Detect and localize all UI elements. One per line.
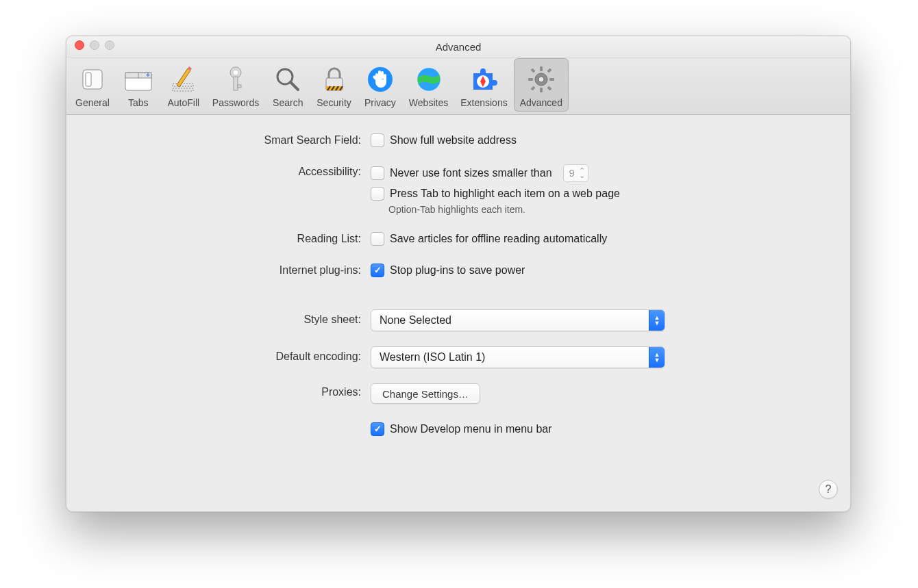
tab-highlight-checkbox[interactable]: Press Tab to highlight each item on a we… bbox=[371, 186, 830, 201]
checkbox-icon bbox=[371, 264, 384, 277]
tab-advanced[interactable]: Advanced bbox=[514, 58, 569, 112]
globe-icon bbox=[412, 63, 445, 96]
gear-icon bbox=[525, 63, 558, 96]
svg-rect-35 bbox=[547, 68, 551, 73]
tab-label: AutoFill bbox=[167, 97, 199, 108]
chevron-updown-icon: ▲▼ bbox=[649, 310, 665, 331]
magnifier-icon bbox=[271, 63, 304, 96]
checkbox-label: Never use font sizes smaller than bbox=[390, 166, 552, 181]
svg-rect-33 bbox=[549, 78, 554, 81]
padlock-icon bbox=[318, 63, 351, 96]
tab-label: Extensions bbox=[460, 97, 507, 108]
reading-list-label: Reading List: bbox=[87, 231, 371, 245]
help-button[interactable]: ? bbox=[819, 480, 838, 499]
checkbox-icon bbox=[371, 133, 384, 147]
svg-rect-37 bbox=[547, 86, 551, 90]
default-encoding-label: Default encoding: bbox=[87, 346, 371, 363]
tab-label: Tabs bbox=[128, 97, 149, 108]
min-font-size-checkbox[interactable]: Never use font sizes smaller than 9 ⌃⌄ bbox=[371, 164, 830, 182]
svg-rect-7 bbox=[173, 88, 193, 91]
tab-label: General bbox=[75, 97, 110, 108]
hand-stop-icon bbox=[364, 63, 397, 96]
tab-passwords[interactable]: Passwords bbox=[206, 58, 265, 112]
checkbox-label: Press Tab to highlight each item on a we… bbox=[390, 186, 620, 201]
tab-tabs[interactable]: + Tabs bbox=[116, 58, 161, 112]
window-tabs-icon: + bbox=[122, 63, 155, 96]
svg-point-38 bbox=[538, 77, 544, 82]
pencil-form-icon bbox=[167, 63, 200, 96]
preferences-body: Smart Search Field: Show full website ad… bbox=[66, 115, 850, 464]
tab-general[interactable]: General bbox=[69, 58, 116, 112]
accessibility-hint: Option-Tab highlights each item. bbox=[388, 204, 830, 215]
titlebar: Advanced bbox=[66, 36, 850, 57]
preferences-window: Advanced General bbox=[66, 36, 851, 512]
zoom-window-button[interactable] bbox=[105, 40, 114, 50]
tab-label: Search bbox=[273, 97, 303, 108]
tab-label: Privacy bbox=[364, 97, 396, 108]
tab-label: Security bbox=[317, 97, 351, 108]
svg-rect-13 bbox=[238, 85, 241, 88]
key-icon bbox=[219, 63, 252, 96]
svg-rect-6 bbox=[173, 84, 193, 86]
stop-plugins-checkbox[interactable]: Stop plug-ins to save power bbox=[371, 263, 830, 278]
svg-rect-34 bbox=[530, 68, 535, 73]
tab-privacy[interactable]: Privacy bbox=[358, 58, 403, 112]
checkbox-icon bbox=[371, 187, 384, 201]
plugins-label: Internet plug-ins: bbox=[87, 263, 371, 277]
checkbox-label: Stop plug-ins to save power bbox=[390, 263, 525, 278]
popup-value: Western (ISO Latin 1) bbox=[380, 351, 649, 363]
style-sheet-popup[interactable]: None Selected ▲▼ bbox=[371, 309, 665, 331]
checkbox-icon bbox=[371, 166, 384, 180]
tab-security[interactable]: Security bbox=[310, 58, 358, 112]
change-proxy-settings-button[interactable]: Change Settings… bbox=[371, 383, 480, 404]
checkbox-icon bbox=[371, 422, 384, 436]
chevron-down-icon: ⌃⌄ bbox=[579, 168, 585, 178]
preferences-toolbar: General + Tabs bbox=[66, 57, 850, 115]
close-window-button[interactable] bbox=[75, 40, 84, 50]
min-font-size-combo[interactable]: 9 ⌃⌄ bbox=[563, 164, 588, 182]
svg-rect-1 bbox=[86, 73, 91, 86]
combo-value: 9 bbox=[569, 166, 575, 181]
svg-marker-8 bbox=[177, 68, 190, 87]
popup-value: None Selected bbox=[380, 314, 649, 327]
style-sheet-label: Style sheet: bbox=[87, 309, 371, 326]
tab-label: Advanced bbox=[520, 97, 562, 108]
show-develop-menu-checkbox[interactable]: Show Develop menu in menu bar bbox=[371, 422, 830, 437]
svg-rect-36 bbox=[530, 86, 535, 90]
svg-rect-30 bbox=[540, 66, 543, 71]
svg-rect-32 bbox=[528, 78, 533, 81]
tab-search[interactable]: Search bbox=[265, 58, 310, 112]
chevron-updown-icon: ▲▼ bbox=[649, 347, 665, 368]
save-offline-checkbox[interactable]: Save articles for offline reading automa… bbox=[371, 231, 830, 246]
tab-extensions[interactable]: Extensions bbox=[454, 58, 513, 112]
accessibility-label: Accessibility: bbox=[87, 164, 371, 178]
help-icon: ? bbox=[826, 483, 832, 496]
default-encoding-popup[interactable]: Western (ISO Latin 1) ▲▼ bbox=[371, 346, 665, 368]
proxies-label: Proxies: bbox=[87, 383, 371, 398]
svg-point-11 bbox=[234, 71, 238, 75]
switch-icon bbox=[76, 63, 109, 96]
checkbox-label: Show full website address bbox=[390, 133, 517, 148]
tab-label: Passwords bbox=[212, 97, 259, 108]
svg-line-15 bbox=[290, 82, 298, 90]
minimize-window-button[interactable] bbox=[90, 40, 99, 50]
smart-search-label: Smart Search Field: bbox=[87, 133, 371, 146]
button-label: Change Settings… bbox=[382, 388, 469, 400]
puzzle-compass-icon bbox=[467, 63, 500, 96]
svg-text:+: + bbox=[146, 71, 150, 79]
svg-rect-12 bbox=[234, 77, 238, 90]
svg-rect-31 bbox=[540, 88, 543, 92]
window-title: Advanced bbox=[66, 41, 850, 53]
checkbox-label: Show Develop menu in menu bar bbox=[390, 422, 552, 437]
checkbox-label: Save articles for offline reading automa… bbox=[390, 231, 607, 246]
show-full-url-checkbox[interactable]: Show full website address bbox=[371, 133, 830, 148]
tab-websites[interactable]: Websites bbox=[403, 58, 454, 112]
tab-autofill[interactable]: AutoFill bbox=[161, 58, 206, 112]
tab-label: Websites bbox=[409, 97, 448, 108]
checkbox-icon bbox=[371, 232, 384, 246]
traffic-lights bbox=[75, 40, 114, 50]
